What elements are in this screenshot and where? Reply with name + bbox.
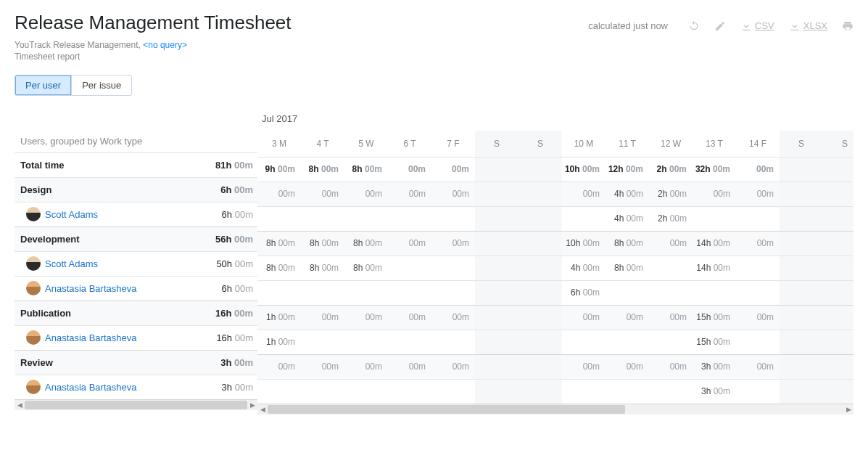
time-cell: 8h 00m bbox=[344, 256, 388, 280]
time-cell bbox=[780, 379, 823, 404]
time-cell bbox=[823, 305, 853, 330]
time-cell bbox=[257, 379, 301, 404]
time-cell bbox=[780, 157, 823, 181]
download-csv-button[interactable]: CSV bbox=[740, 20, 774, 32]
user-link[interactable]: Anastasia Bartasheva bbox=[45, 283, 136, 294]
time-cell bbox=[257, 280, 301, 305]
user-link[interactable]: Scott Adams bbox=[45, 258, 98, 269]
time-cell: 2h 00m bbox=[649, 206, 693, 231]
time-cell bbox=[518, 305, 562, 330]
time-cell bbox=[823, 181, 853, 206]
column-header: 6 T bbox=[388, 131, 431, 157]
print-button[interactable] bbox=[842, 20, 853, 32]
time-cell bbox=[823, 280, 853, 305]
download-icon bbox=[789, 20, 801, 32]
xlsx-label: XLSX bbox=[803, 20, 827, 31]
column-header: S bbox=[823, 131, 853, 157]
time-cell: 4h 00m bbox=[605, 206, 649, 231]
time-cell: 10h 00m bbox=[562, 231, 605, 256]
column-header: S bbox=[475, 131, 518, 157]
scroll-right-arrow-icon[interactable]: ▶ bbox=[247, 400, 257, 410]
time-cell bbox=[431, 330, 475, 354]
time-cell bbox=[344, 379, 388, 404]
time-cell: 8h 00m bbox=[301, 256, 344, 280]
column-header: 4 T bbox=[301, 131, 344, 157]
time-cell: 8h 00m bbox=[344, 157, 388, 181]
time-cell: 00m bbox=[431, 181, 475, 206]
time-cell bbox=[823, 354, 853, 379]
time-cell: 00m bbox=[562, 181, 605, 206]
time-cell bbox=[518, 256, 562, 280]
time-cell bbox=[475, 354, 518, 379]
time-cell bbox=[475, 181, 518, 206]
refresh-button[interactable] bbox=[688, 20, 700, 32]
time-cell bbox=[823, 379, 853, 404]
right-scrollbar[interactable]: ◀ ▶ bbox=[257, 404, 853, 414]
time-cell: 00m bbox=[257, 354, 301, 379]
time-cell bbox=[518, 231, 562, 256]
time-cell bbox=[344, 280, 388, 305]
time-cell: 8h 00m bbox=[301, 157, 344, 181]
time-cell bbox=[388, 330, 431, 354]
avatar bbox=[26, 281, 41, 295]
group-label: Review bbox=[20, 357, 53, 368]
scroll-right-arrow-icon[interactable]: ▶ bbox=[843, 404, 853, 414]
calc-status: calculated just now bbox=[588, 20, 668, 31]
print-icon bbox=[842, 20, 853, 32]
time-cell bbox=[736, 206, 780, 231]
time-cell: 2h 00m bbox=[649, 181, 693, 206]
time-cell: 1h 00m bbox=[257, 330, 301, 354]
column-header: 14 F bbox=[736, 131, 780, 157]
time-cell bbox=[475, 231, 518, 256]
time-cell: 00m bbox=[257, 181, 301, 206]
time-cell: 8h 00m bbox=[605, 256, 649, 280]
time-cell: 00m bbox=[736, 305, 780, 330]
time-cell: 00m bbox=[562, 305, 605, 330]
time-cell: 00m bbox=[388, 231, 431, 256]
tab-per-user[interactable]: Per user bbox=[15, 75, 72, 95]
group-label: Publication bbox=[20, 308, 71, 319]
time-cell bbox=[649, 256, 693, 280]
report-type-label: Timesheet report bbox=[15, 52, 853, 62]
time-cell bbox=[823, 330, 853, 354]
row-total: 3h 00m bbox=[220, 357, 253, 368]
time-cell: 14h 00m bbox=[693, 231, 736, 256]
time-cell: 00m bbox=[344, 181, 388, 206]
time-cell: 8h 00m bbox=[257, 256, 301, 280]
time-cell bbox=[780, 280, 823, 305]
time-cell bbox=[823, 256, 853, 280]
time-cell bbox=[431, 379, 475, 404]
total-label: Total time bbox=[20, 160, 64, 171]
time-cell bbox=[649, 330, 693, 354]
user-link[interactable]: Anastasia Bartasheva bbox=[45, 382, 136, 393]
time-cell bbox=[301, 379, 344, 404]
time-cell bbox=[736, 280, 780, 305]
time-cell bbox=[823, 206, 853, 231]
time-cell: 00m bbox=[649, 305, 693, 330]
time-cell bbox=[780, 206, 823, 231]
edit-button[interactable] bbox=[714, 20, 726, 32]
download-xlsx-button[interactable]: XLSX bbox=[789, 20, 827, 32]
time-cell bbox=[475, 305, 518, 330]
scroll-left-arrow-icon[interactable]: ◀ bbox=[257, 404, 268, 414]
time-cell bbox=[475, 157, 518, 181]
tab-per-issue[interactable]: Per issue bbox=[72, 75, 131, 95]
time-cell bbox=[823, 231, 853, 256]
user-link[interactable]: Scott Adams bbox=[45, 209, 98, 220]
left-scrollbar[interactable]: ◀ ▶ bbox=[15, 400, 257, 410]
time-cell bbox=[562, 206, 605, 231]
time-cell bbox=[693, 206, 736, 231]
scroll-left-arrow-icon[interactable]: ◀ bbox=[15, 400, 25, 410]
time-cell bbox=[780, 181, 823, 206]
time-cell: 8h 00m bbox=[605, 231, 649, 256]
time-cell bbox=[431, 256, 475, 280]
avatar bbox=[26, 330, 41, 345]
time-cell bbox=[388, 280, 431, 305]
time-cell: 4h 00m bbox=[562, 256, 605, 280]
time-cell bbox=[736, 256, 780, 280]
query-link[interactable]: <no query> bbox=[143, 40, 187, 50]
time-cell: 1h 00m bbox=[257, 305, 301, 330]
user-link[interactable]: Anastasia Bartasheva bbox=[45, 332, 136, 343]
time-cell bbox=[475, 330, 518, 354]
row-total: 50h 00m bbox=[216, 258, 253, 269]
